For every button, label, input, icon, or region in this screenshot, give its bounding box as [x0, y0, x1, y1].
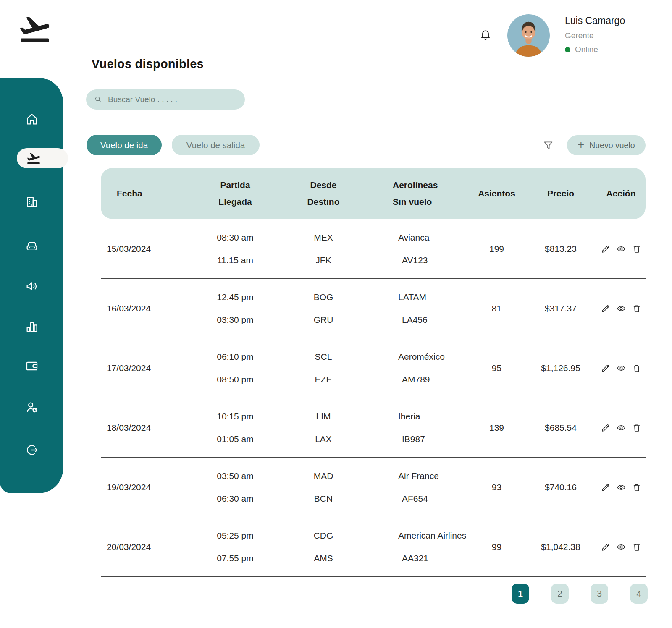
view-icon[interactable]: [616, 363, 626, 373]
page-button-3[interactable]: 3: [591, 584, 608, 604]
search-bar: [86, 89, 245, 110]
flight-number: IB987: [402, 434, 425, 444]
col-partida-llegada: Partida Llegada: [191, 180, 279, 207]
user-gear-icon: [25, 400, 39, 414]
sidebar-item-logout[interactable]: [25, 443, 39, 457]
notifications-button[interactable]: [479, 28, 492, 43]
app-window: Luis Camargo Gerente Online Vuelos dispo…: [0, 0, 672, 628]
airline-name: Air France: [398, 471, 439, 481]
sidebar-item-user-settings[interactable]: [25, 400, 39, 414]
sidebar-item-wallet[interactable]: [25, 359, 39, 373]
sidebar-item-flights[interactable]: [17, 148, 68, 168]
flight-price: $740.16: [525, 482, 596, 492]
departure-time: 12:45 pm: [217, 292, 254, 302]
destination-code: EZE: [315, 374, 332, 385]
online-dot: [565, 47, 570, 52]
delete-icon[interactable]: [632, 304, 642, 314]
flight-price: $685.54: [525, 423, 596, 433]
table-header: Fecha Partida Llegada Desde Destino Aero…: [101, 168, 646, 219]
origin-code: CDG: [314, 531, 333, 541]
view-icon[interactable]: [616, 542, 626, 552]
sidebar-item-cars[interactable]: [25, 238, 39, 252]
view-icon[interactable]: [616, 244, 626, 254]
flight-seats: 81: [468, 304, 525, 314]
new-flight-button[interactable]: + Nuevo vuelo: [567, 135, 646, 155]
page-title: Vuelos disponibles: [92, 57, 204, 71]
edit-icon[interactable]: [601, 542, 611, 552]
col-precio: Precio: [525, 188, 596, 199]
departure-time: 06:10 pm: [217, 352, 254, 362]
delete-icon[interactable]: [632, 363, 642, 373]
edit-icon[interactable]: [601, 244, 611, 254]
flight-seats: 199: [468, 244, 525, 254]
page-button-4[interactable]: 4: [630, 584, 648, 604]
airline-name: Iberia: [398, 411, 420, 421]
flight-seats: 93: [468, 482, 525, 492]
flight-times: 05:25 pm 07:55 pm: [191, 531, 279, 563]
origin-code: MAD: [314, 471, 333, 481]
origin-code: BOG: [314, 292, 333, 302]
table-row: 20/03/2024 05:25 pm 07:55 pm CDG AMS Ame…: [101, 517, 646, 577]
sidebar-item-hotels[interactable]: [25, 195, 39, 209]
logout-icon: [25, 443, 39, 457]
table-row: 16/03/2024 12:45 pm 03:30 pm BOG GRU LAT…: [101, 279, 646, 338]
flights-table: Fecha Partida Llegada Desde Destino Aero…: [101, 168, 646, 577]
search-input[interactable]: [86, 89, 245, 110]
departure-time: 08:30 am: [217, 233, 254, 243]
avatar[interactable]: [507, 14, 550, 57]
user-photo: [507, 14, 550, 57]
flight-number: AA321: [402, 553, 428, 563]
view-icon[interactable]: [616, 304, 626, 314]
plus-icon: +: [578, 139, 584, 151]
flight-route: LIM LAX: [279, 411, 368, 444]
wallet-icon: [25, 359, 39, 373]
row-actions: [596, 542, 646, 552]
new-flight-label: Nuevo vuelo: [589, 141, 635, 150]
flight-times: 10:15 pm 01:05 am: [191, 411, 279, 444]
flight-route: MEX JFK: [279, 233, 368, 265]
col-fecha: Fecha: [101, 188, 191, 199]
flight-times: 06:10 pm 08:50 pm: [191, 352, 279, 385]
filter-button[interactable]: [543, 139, 554, 152]
flight-times: 03:50 am 06:30 am: [191, 471, 279, 504]
flight-price: $1,126.95: [525, 363, 596, 373]
user-status: Online: [565, 45, 625, 54]
page-button-1[interactable]: 1: [512, 584, 529, 604]
view-icon[interactable]: [616, 423, 626, 433]
page-button-2[interactable]: 2: [551, 584, 569, 604]
row-actions: [596, 423, 646, 433]
destination-code: JFK: [315, 255, 331, 265]
col-desde-destino: Desde Destino: [279, 180, 368, 207]
view-icon[interactable]: [616, 482, 626, 492]
delete-icon[interactable]: [632, 482, 642, 492]
departure-time: 10:15 pm: [217, 411, 254, 421]
tab-vuelo-de-ida[interactable]: Vuelo de ida: [87, 135, 162, 155]
edit-icon[interactable]: [601, 423, 611, 433]
row-actions: [596, 363, 646, 373]
sidebar-item-home[interactable]: [25, 112, 39, 126]
edit-icon[interactable]: [601, 304, 611, 314]
sidebar-item-reports[interactable]: [25, 319, 39, 334]
delete-icon[interactable]: [632, 542, 642, 552]
flight-airline: Air France AF654: [368, 471, 468, 504]
flight-date: 17/03/2024: [101, 363, 191, 373]
plane-takeoff-icon: [18, 10, 52, 48]
table-row: 17/03/2024 06:10 pm 08:50 pm SCL EZE Aer…: [101, 338, 646, 398]
flight-airline: Iberia IB987: [368, 411, 468, 444]
user-name: Luis Camargo: [565, 15, 625, 26]
sidebar-item-announcements[interactable]: [25, 279, 39, 293]
delete-icon[interactable]: [632, 423, 642, 433]
tab-vuelo-de-salida[interactable]: Vuelo de salida: [172, 135, 260, 155]
edit-icon[interactable]: [601, 363, 611, 373]
col-asientos: Asientos: [468, 188, 525, 199]
arrival-time: 01:05 am: [217, 434, 254, 444]
flight-route: CDG AMS: [279, 531, 368, 563]
flight-price: $317.37: [525, 304, 596, 314]
flight-seats: 139: [468, 423, 525, 433]
origin-code: LIM: [316, 411, 331, 421]
user-info: Luis Camargo Gerente Online: [565, 15, 625, 54]
edit-icon[interactable]: [601, 482, 611, 492]
flight-date: 19/03/2024: [101, 482, 191, 492]
delete-icon[interactable]: [632, 244, 642, 254]
flight-date: 15/03/2024: [101, 244, 191, 254]
